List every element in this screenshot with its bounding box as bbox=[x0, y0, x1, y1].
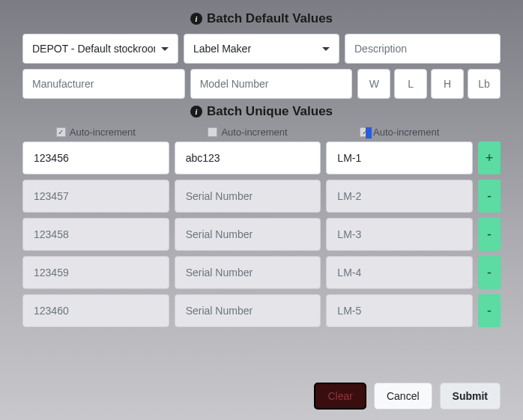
caret-down-icon bbox=[322, 47, 330, 51]
label-maker-select[interactable]: Label Maker bbox=[184, 34, 339, 64]
serial-cell[interactable]: Serial Number bbox=[175, 218, 321, 251]
auto-increment-col1[interactable]: Auto-increment bbox=[22, 127, 169, 138]
model-number-field[interactable] bbox=[190, 69, 353, 99]
serial-cell[interactable]: Serial Number bbox=[175, 256, 321, 289]
asset-id-input[interactable]: 123456 bbox=[22, 141, 169, 174]
asset-id-cell: 123458 bbox=[22, 218, 169, 251]
submit-button[interactable]: Submit bbox=[440, 383, 501, 410]
tag-input[interactable]: LM-1 bbox=[326, 141, 473, 174]
section-title-text: Batch Unique Values bbox=[207, 104, 333, 119]
serial-cell[interactable]: Serial Number bbox=[175, 180, 321, 213]
remove-row-button[interactable]: - bbox=[478, 180, 501, 213]
length-field[interactable] bbox=[394, 69, 427, 99]
batch-default-values-title: i Batch Default Values bbox=[22, 11, 501, 26]
clear-button[interactable]: Clear bbox=[314, 383, 366, 410]
spacer bbox=[478, 127, 501, 138]
cancel-button[interactable]: Cancel bbox=[374, 383, 432, 410]
asset-id-cell: 123457 bbox=[22, 180, 169, 213]
tag-cell: LM-3 bbox=[326, 218, 473, 251]
info-icon: i bbox=[190, 106, 202, 118]
description-field[interactable] bbox=[345, 34, 501, 64]
caret-down-icon bbox=[161, 47, 169, 51]
stockroom-value: DEPOT - Default stockroom bbox=[32, 43, 155, 55]
remove-row-button[interactable]: - bbox=[478, 218, 501, 251]
auto-label: Auto-increment bbox=[221, 127, 287, 138]
tag-cell: LM-2 bbox=[326, 180, 473, 213]
manufacturer-field[interactable] bbox=[22, 69, 185, 99]
tag-cell: LM-4 bbox=[326, 256, 473, 289]
asset-id-cell: 123460 bbox=[22, 294, 169, 327]
auto-label: Auto-increment bbox=[70, 127, 136, 138]
asset-id-cell: 123459 bbox=[22, 256, 169, 289]
add-row-button[interactable]: + bbox=[478, 141, 501, 174]
height-field[interactable] bbox=[431, 69, 464, 99]
tag-cell: LM-5 bbox=[326, 294, 473, 327]
batch-unique-values-title: i Batch Unique Values bbox=[22, 104, 501, 119]
label-maker-value: Label Maker bbox=[193, 43, 251, 55]
remove-row-button[interactable]: - bbox=[478, 256, 501, 289]
section-title-text: Batch Default Values bbox=[207, 11, 333, 26]
serial-input[interactable]: abc123 bbox=[175, 141, 321, 174]
weight-field[interactable] bbox=[468, 69, 501, 99]
checkbox-icon bbox=[56, 127, 66, 137]
auto-increment-col2[interactable]: Auto-increment bbox=[175, 127, 321, 138]
serial-cell[interactable]: Serial Number bbox=[175, 294, 321, 327]
checkbox-icon bbox=[208, 127, 217, 137]
auto-label: Auto-increment bbox=[373, 127, 439, 138]
selection-highlight bbox=[366, 127, 372, 139]
width-field[interactable] bbox=[357, 69, 390, 99]
auto-increment-col3[interactable]: Auto-increment bbox=[326, 127, 473, 138]
info-icon: i bbox=[190, 13, 202, 25]
remove-row-button[interactable]: - bbox=[478, 294, 501, 327]
stockroom-select[interactable]: DEPOT - Default stockroom bbox=[22, 34, 178, 64]
